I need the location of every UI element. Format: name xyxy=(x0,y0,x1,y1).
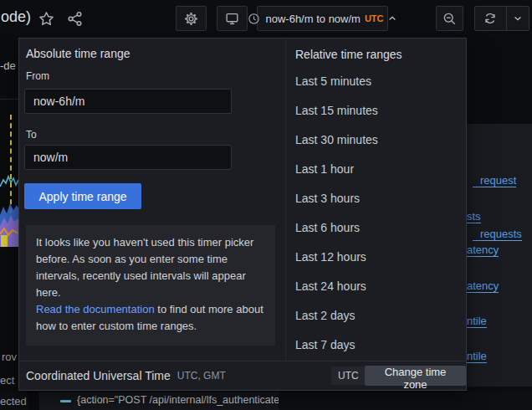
background-legend-row: ected {action="POST /api/internal/lfs_au… xyxy=(0,392,532,410)
info-text-2: Read the documentation to find out more … xyxy=(36,301,265,335)
series-color-swatch xyxy=(60,400,71,402)
read-documentation-link[interactable]: Read the documentation xyxy=(36,303,155,315)
refresh-button-group xyxy=(474,6,529,31)
zoom-out-icon xyxy=(442,12,457,26)
relative-range-option[interactable]: Last 15 minutes xyxy=(286,96,466,126)
legend-link[interactable]: ntile xyxy=(467,315,487,328)
to-input[interactable] xyxy=(24,145,232,170)
legend-series-row[interactable]: {action="POST /api/internal/lfs_authenti… xyxy=(39,392,279,410)
legend-link[interactable]: request xyxy=(473,174,516,187)
relative-range-option[interactable]: Last 12 hours xyxy=(286,243,466,272)
background-chart-fragment xyxy=(0,155,18,247)
background-text-fragment: -de xyxy=(0,59,16,72)
background-row-label: ect xyxy=(0,374,14,387)
share-icon[interactable] xyxy=(67,11,83,27)
star-icon[interactable] xyxy=(38,11,54,27)
timezone-badge: UTC xyxy=(331,366,366,385)
legend-link[interactable]: sts xyxy=(467,210,481,223)
legend-column-divider xyxy=(28,392,39,410)
to-label: To xyxy=(26,129,37,141)
tv-mode-button[interactable] xyxy=(217,6,248,31)
relative-range-option[interactable]: Last 24 hours xyxy=(286,272,466,301)
timezone-footer: Coordinated Universal Time UTC, GMT UTC … xyxy=(19,361,466,390)
time-range-picker-button[interactable]: now-6h/m to now/m UTC xyxy=(257,6,388,31)
info-text: It looks like you haven't used this time… xyxy=(36,234,265,301)
series-label: {action="POST /api/internal/lfs_authenti… xyxy=(77,394,279,406)
dashboard-title-fragment: ode) xyxy=(1,8,31,26)
background-panel-divider xyxy=(0,99,18,100)
apply-time-range-button[interactable]: Apply time range xyxy=(24,183,141,209)
background-row-label: ected xyxy=(0,395,27,407)
change-time-zone-button[interactable]: Change time zone xyxy=(365,366,466,386)
timer-picker-info-box: It looks like you haven't used this time… xyxy=(26,225,275,346)
legend-link[interactable]: requests xyxy=(473,228,522,241)
legend-link[interactable]: atency xyxy=(467,279,499,293)
time-range-timezone: UTC xyxy=(365,13,384,23)
relative-range-option[interactable]: Last 3 hours xyxy=(286,184,466,213)
absolute-time-range-title: Absolute time range xyxy=(26,47,130,60)
relative-time-ranges-section: Relative time ranges Last 5 minutes Last… xyxy=(286,38,466,362)
time-range-label: now-6h/m to now/m xyxy=(265,13,360,25)
chevron-up-icon xyxy=(387,13,397,23)
refresh-dashboard-button[interactable] xyxy=(475,12,506,25)
relative-range-option[interactable]: Last 30 minutes xyxy=(286,126,466,155)
timezone-name: Coordinated Universal Time xyxy=(26,369,171,382)
relative-range-option[interactable]: Last 5 minutes xyxy=(286,67,466,96)
chevron-down-icon xyxy=(513,13,523,23)
background-row-label: rov xyxy=(2,351,17,363)
from-input[interactable] xyxy=(24,89,232,114)
clock-icon xyxy=(248,13,260,25)
relative-range-option[interactable]: Last 6 hours xyxy=(286,213,466,243)
timezone-detail: UTC, GMT xyxy=(177,370,226,382)
monitor-icon xyxy=(225,12,239,26)
legend-link[interactable]: atency xyxy=(467,243,499,257)
refresh-interval-dropdown-button[interactable] xyxy=(507,13,529,23)
relative-range-option[interactable]: Last 2 days xyxy=(286,301,466,331)
refresh-icon xyxy=(483,12,497,25)
gear-icon xyxy=(184,12,198,26)
relative-range-option[interactable]: Last 1 hour xyxy=(286,155,466,184)
dashboard-toolbar: ode) xyxy=(0,0,532,37)
legend-link[interactable]: ntile xyxy=(467,350,487,363)
relative-range-option[interactable]: Last 7 days xyxy=(286,331,466,360)
zoom-out-time-button[interactable] xyxy=(436,6,463,31)
relative-time-ranges-title: Relative time ranges xyxy=(295,48,402,61)
time-range-picker-dropdown: Absolute time range From To Apply time r… xyxy=(18,38,467,391)
dashboard-settings-button[interactable] xyxy=(176,6,207,31)
from-label: From xyxy=(26,70,49,82)
